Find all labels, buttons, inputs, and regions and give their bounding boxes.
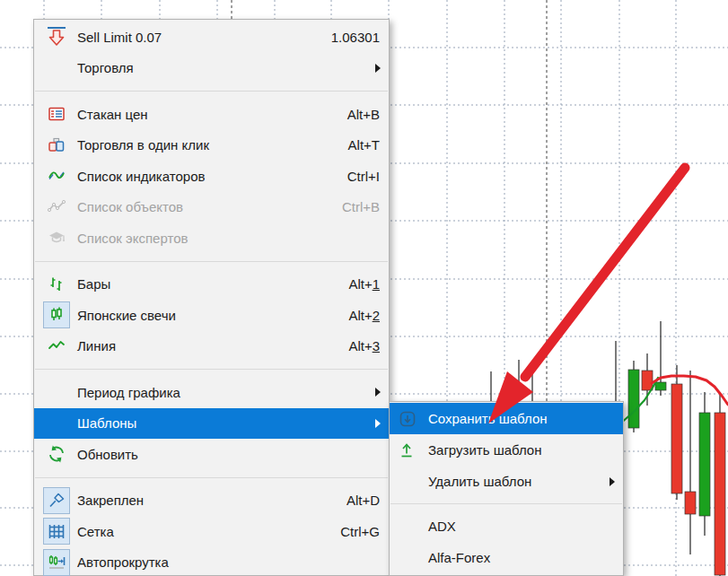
menu-item-label: Сетка (77, 524, 114, 539)
menu-item-chart-period[interactable]: Период графика (34, 377, 389, 408)
submenu-arrow-icon (375, 419, 381, 428)
sell-limit-icon (43, 23, 70, 50)
menu-item-templates[interactable]: Шаблоны (34, 408, 389, 440)
submenu-item-label: Удалить шаблон (428, 474, 531, 489)
expert-list-icon (43, 224, 70, 251)
shortcut-label: Alt+D (346, 493, 389, 508)
menu-item-label: Список экспертов (77, 231, 188, 246)
menu-item-refresh[interactable]: Обновить (34, 439, 389, 470)
menu-item-label: Список индикаторов (77, 169, 205, 184)
menu-item-label: Автопрокрутка (77, 554, 169, 570)
menu-item-label: Торговля (77, 60, 134, 75)
chart-context-menu: Sell Limit 0.07 1.06301 Торговля (33, 19, 390, 576)
submenu-item-template-adx[interactable]: ADX (390, 511, 623, 542)
menu-item-label: Sell Limit 0.07 (77, 30, 162, 45)
menu-item-label: Период графика (77, 385, 180, 400)
menu-item-label: Торговля в один клик (77, 137, 209, 153)
menu-item-grid[interactable]: Сетка Ctrl+G (34, 516, 389, 547)
submenu-arrow-icon (375, 388, 381, 397)
menu-separator (35, 261, 388, 262)
shortcut-label: Alt+B (347, 107, 389, 122)
menu-item-one-click-trading[interactable]: Торговля в один клик Alt+T (34, 130, 389, 161)
shortcut-label: Alt+T (348, 137, 389, 153)
line-chart-icon (43, 333, 70, 360)
shortcut-label: Alt+1 (348, 276, 389, 292)
menu-item-object-list: Список объектов Ctrl+B (34, 192, 389, 223)
menu-item-label: Японские свечи (77, 308, 176, 323)
menu-item-bars[interactable]: Бары Alt+1 (34, 269, 389, 301)
submenu-item-label: Сохранить шаблон (428, 411, 548, 426)
menu-item-label: Линия (77, 338, 116, 353)
submenu-item-delete-template[interactable]: Удалить шаблон (390, 466, 623, 497)
shortcut-label: Ctrl+I (347, 169, 389, 184)
menu-item-indicator-list[interactable]: Список индикаторов Ctrl+I (34, 161, 389, 192)
shortcut-label: Alt+2 (348, 308, 389, 323)
templates-submenu: Сохранить шаблон Загрузить шаблон Удалит… (389, 401, 624, 576)
submenu-item-label: Загрузить шаблон (428, 442, 542, 458)
pin-icon (43, 487, 70, 514)
bars-chart-icon (43, 271, 70, 298)
depth-of-market-icon (43, 100, 70, 127)
submenu-item-template-alfa-forex[interactable]: Alfa-Forex (390, 542, 623, 573)
one-click-trading-icon (43, 132, 70, 159)
menu-separator (390, 503, 622, 504)
menu-item-label: Обновить (77, 447, 138, 462)
menu-separator (35, 369, 388, 370)
menu-item-candlesticks[interactable]: Японские свечи Alt+2 (34, 300, 389, 331)
menu-item-label: Закреплен (77, 493, 144, 508)
menu-item-autoscroll[interactable]: Автопрокрутка (34, 547, 389, 576)
indicator-list-icon (43, 162, 70, 189)
menu-separator (35, 91, 388, 92)
object-list-icon (43, 194, 70, 221)
menu-item-depth-of-market[interactable]: Стакан цен Alt+B (34, 99, 389, 130)
menu-item-sell-limit[interactable]: Sell Limit 0.07 1.06301 (34, 22, 389, 53)
shortcut-label: Alt+3 (348, 338, 389, 353)
autoscroll-icon (43, 549, 70, 576)
submenu-item-save-template[interactable]: Сохранить шаблон (390, 403, 623, 434)
chart-window: Sell Limit 0.07 1.06301 Торговля (0, 0, 728, 576)
menu-item-expert-list: Список экспертов (34, 223, 389, 254)
refresh-icon (43, 441, 70, 467)
menu-item-label: Список объектов (77, 199, 183, 214)
submenu-item-load-template[interactable]: Загрузить шаблон (390, 434, 623, 466)
menu-item-trade[interactable]: Торговля (34, 53, 389, 84)
menu-item-label: Бары (77, 276, 110, 292)
shortcut-label: Ctrl+B (342, 199, 389, 214)
order-price-value: 1.06301 (331, 30, 389, 45)
menu-item-docked[interactable]: Закреплен Alt+D (34, 485, 389, 517)
shortcut-label: Ctrl+G (340, 524, 389, 539)
load-template-icon (398, 441, 417, 460)
grid-icon (43, 518, 70, 545)
submenu-item-label: ADX (428, 519, 456, 534)
submenu-item-label: Alfa-Forex (428, 550, 490, 565)
candlesticks-icon (43, 301, 70, 328)
submenu-arrow-icon (610, 477, 615, 486)
menu-item-label: Шаблоны (77, 415, 136, 431)
save-template-icon (398, 409, 417, 429)
submenu-arrow-icon (375, 64, 381, 73)
menu-separator (35, 477, 388, 478)
menu-item-line-chart[interactable]: Линия Alt+3 (34, 331, 389, 362)
menu-item-label: Стакан цен (77, 107, 148, 122)
